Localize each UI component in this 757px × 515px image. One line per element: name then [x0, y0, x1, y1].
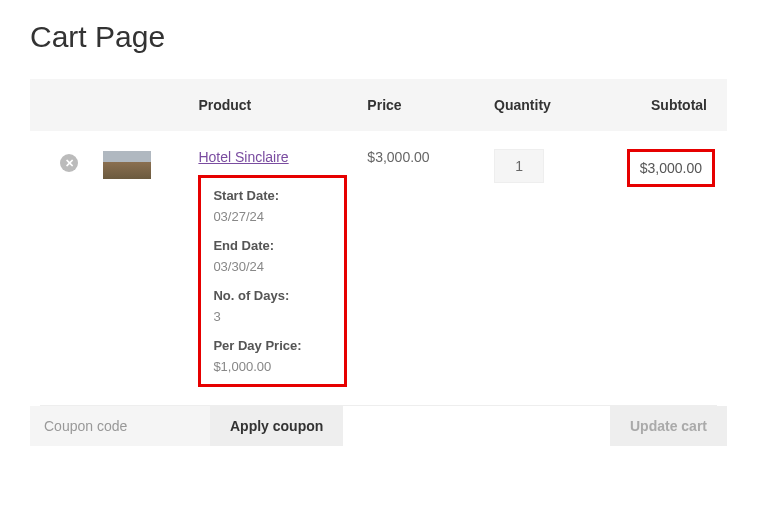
booking-details: Start Date: 03/27/24 End Date: 03/30/24 …	[198, 175, 347, 387]
quantity-input[interactable]	[494, 149, 544, 183]
per-day-label: Per Day Price:	[213, 338, 332, 353]
coupon-input[interactable]	[30, 406, 210, 446]
end-date-label: End Date:	[213, 238, 332, 253]
table-row: ✕ Hotel Sinclaire Start Date: 03/27/24 E…	[30, 131, 727, 405]
header-product: Product	[188, 79, 357, 131]
update-cart-button[interactable]: Update cart	[610, 406, 727, 446]
end-date-value: 03/30/24	[213, 259, 332, 274]
remove-icon[interactable]: ✕	[60, 154, 78, 172]
price-cell: $3,000.00	[357, 131, 484, 405]
cart-table: Product Price Quantity Subtotal ✕ Hotel …	[30, 79, 727, 406]
start-date-value: 03/27/24	[213, 209, 332, 224]
product-link[interactable]: Hotel Sinclaire	[198, 149, 288, 165]
days-value: 3	[213, 309, 332, 324]
product-thumbnail[interactable]	[103, 151, 151, 179]
apply-coupon-button[interactable]: Apply coupon	[210, 406, 343, 446]
header-quantity: Quantity	[484, 79, 600, 131]
start-date-label: Start Date:	[213, 188, 332, 203]
subtotal-value: $3,000.00	[627, 149, 715, 187]
days-label: No. of Days:	[213, 288, 332, 303]
page-title: Cart Page	[30, 20, 727, 54]
header-price: Price	[357, 79, 484, 131]
per-day-value: $1,000.00	[213, 359, 332, 374]
cart-actions: Apply coupon Update cart	[30, 406, 727, 446]
header-subtotal: Subtotal	[600, 79, 727, 131]
